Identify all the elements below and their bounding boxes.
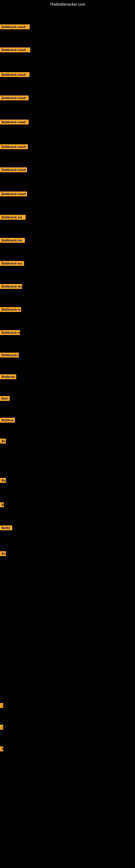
bottleneck-badge[interactable]: Bottleneck result	[0, 24, 30, 29]
bottleneck-badge-row: Bottleneck result	[0, 120, 29, 126]
bottleneck-badge[interactable]: Bottleneck result	[0, 95, 29, 100]
bottleneck-badge-row: Bottlenec	[0, 374, 16, 380]
bottleneck-badge-row: Bottleneck result	[0, 144, 28, 150]
bottleneck-badge[interactable]: Bottleneck result	[0, 48, 30, 52]
bottleneck-badge-row: Bo	[0, 551, 6, 557]
bottleneck-badge[interactable]: Bottlenec	[0, 374, 16, 379]
bottleneck-badge-row: Bo	[0, 439, 6, 444]
bottleneck-badge-row: E	[0, 746, 3, 752]
bottleneck-badge[interactable]: Bottleneck re	[0, 330, 20, 335]
bottleneck-badge[interactable]: Bo	[0, 551, 6, 556]
bottleneck-badge-row: |	[0, 703, 3, 709]
bottleneck-badge-row: Bottleneck res	[0, 284, 22, 290]
bottleneck-badge[interactable]: Bo	[0, 478, 6, 483]
bottleneck-badge-row: Bo	[0, 478, 6, 484]
bottleneck-badge[interactable]: Bottleneck result	[0, 144, 28, 149]
bottleneck-badge[interactable]: Bottleneck result	[0, 72, 30, 77]
bottleneck-badge[interactable]: Bottle	[0, 525, 12, 530]
bottleneck-badge-row: Bottleneck result	[0, 191, 27, 197]
bottleneck-badge[interactable]: Bott	[0, 396, 10, 401]
bottleneck-badge[interactable]: |	[0, 725, 3, 730]
bottleneck-badge-row: Bottleneck result	[0, 95, 29, 101]
bottleneck-badge-row: Bottleneck res	[0, 261, 24, 267]
bottleneck-badge-row: Bottlene	[0, 418, 15, 424]
bottleneck-badge-row: Bottleneck re	[0, 307, 21, 313]
bottleneck-badge-row: Bottle	[0, 525, 12, 531]
bottleneck-badge[interactable]: Bo	[0, 439, 6, 443]
bottleneck-badge-row: |	[0, 725, 3, 731]
bottleneck-badge[interactable]: Bottleneck result	[0, 167, 27, 172]
bottleneck-badge[interactable]: Bottleneck re	[0, 307, 21, 312]
bottleneck-badge-row: Bottleneck result	[0, 48, 30, 54]
bottleneck-badge[interactable]: Bottleneck res	[0, 215, 26, 220]
bottleneck-badge[interactable]: Bottleneck res	[0, 284, 22, 289]
bottleneck-badge-row: Bottleneck re	[0, 330, 20, 336]
bottleneck-badge[interactable]: Bottleneck result	[0, 191, 27, 196]
bottleneck-badge[interactable]: Bottleneck res	[0, 261, 24, 266]
bottleneck-badge[interactable]: |	[0, 703, 3, 708]
bottleneck-badge[interactable]: Bottleneck res	[0, 238, 25, 243]
bottleneck-badge-row: Bottleneck result	[0, 24, 30, 30]
bottleneck-badge[interactable]: Bottlene	[0, 418, 15, 423]
bottleneck-badge[interactable]: Bottleneck re	[0, 352, 19, 358]
bottleneck-badge[interactable]: Bottleneck result	[0, 120, 29, 124]
bottleneck-badge[interactable]: B	[0, 502, 4, 507]
bottleneck-badge-row: Bottleneck res	[0, 215, 26, 221]
bottleneck-badge-row: Bottleneck res	[0, 238, 25, 244]
bottleneck-badge[interactable]: E	[0, 746, 3, 751]
site-title: TheBottlenecker.com	[0, 0, 135, 9]
bottleneck-badge-row: B	[0, 502, 4, 508]
bottleneck-badge-row: Bottleneck result	[0, 72, 30, 78]
bottleneck-badge-row: Bottleneck re	[0, 352, 19, 359]
bottleneck-badge-row: Bott	[0, 396, 10, 402]
bottleneck-badge-row: Bottleneck result	[0, 167, 27, 173]
